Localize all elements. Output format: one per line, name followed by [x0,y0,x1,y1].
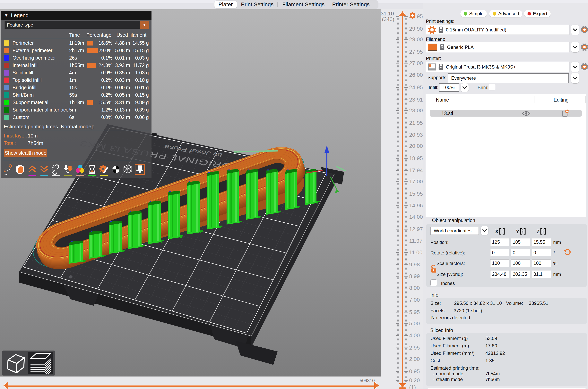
svg-text:31.10: 31.10 [381,11,394,17]
svg-text:14.00: 14.00 [409,214,423,220]
svg-text:11.00: 11.00 [409,249,422,256]
svg-text:(1): (1) [409,384,416,389]
svg-text:4.00: 4.00 [409,332,420,338]
svg-text:0.20: 0.20 [409,377,420,383]
svg-text:8.00: 8.00 [409,285,420,291]
svg-text:11.97: 11.97 [409,238,422,244]
svg-text:27.95: 27.95 [409,49,423,55]
svg-text:29.00: 29.00 [409,36,423,42]
svg-text:18.95: 18.95 [409,155,423,161]
svg-text:17.00: 17.00 [409,178,423,185]
svg-text:2.95: 2.95 [409,345,420,351]
svg-text:5.00: 5.00 [409,321,420,326]
svg-text:26.00: 26.00 [409,72,423,78]
svg-text:29.90: 29.90 [409,26,423,32]
svg-text:23.91: 23.91 [409,97,423,103]
svg-text:21.95: 21.95 [409,120,423,126]
svg-text:(340): (340) [382,16,394,22]
svg-text:27.00: 27.00 [409,60,423,66]
svg-text:9.98: 9.98 [409,261,420,267]
svg-text:14.96: 14.96 [409,202,423,209]
svg-text:8.99: 8.99 [409,273,420,279]
svg-text:15.95: 15.95 [409,191,423,197]
svg-text:24.95: 24.95 [409,84,423,90]
svg-text:20.93: 20.93 [409,132,423,138]
svg-text:12.97: 12.97 [409,226,423,232]
svg-text:0.95: 0.95 [409,368,420,374]
svg-text:7.00: 7.00 [409,297,420,303]
svg-text:5.95: 5.95 [409,309,420,315]
svg-text:20.00: 20.00 [409,143,423,149]
svg-text:17.94: 17.94 [409,167,423,173]
svg-text:23.00: 23.00 [409,107,423,113]
svg-text:2.00: 2.00 [409,356,420,362]
